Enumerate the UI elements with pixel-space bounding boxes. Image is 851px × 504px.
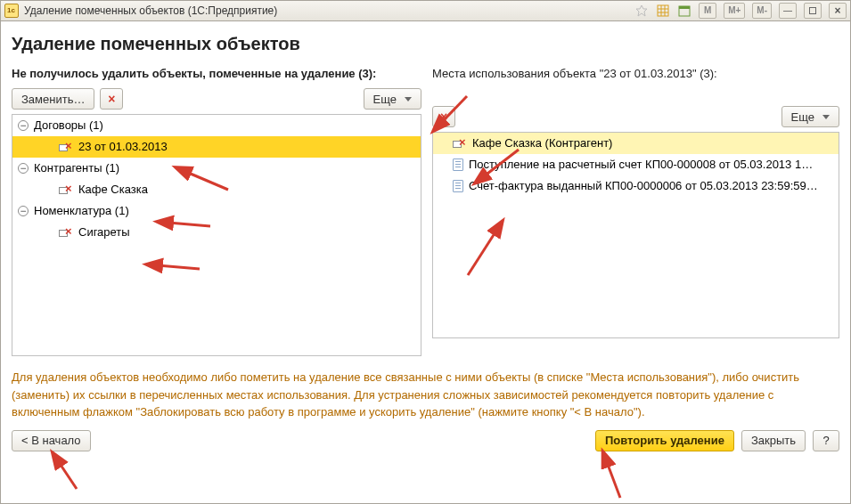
- more-left-button[interactable]: Еще: [364, 88, 421, 110]
- left-header: Не получилось удалить объекты, помеченны…: [12, 67, 421, 80]
- toolbar-memory-m-button[interactable]: M: [699, 3, 716, 19]
- tree-item-label: Кафе Сказка: [78, 183, 148, 196]
- replace-button-label: Заменить…: [21, 93, 85, 106]
- toolbar-calendar-icon[interactable]: [677, 4, 691, 18]
- usage-label: Поступление на расчетный счет КП00-00000…: [469, 158, 813, 171]
- chevron-down-icon: [822, 115, 830, 119]
- chevron-down-icon: [405, 97, 412, 102]
- more-left-label: Еще: [373, 93, 397, 106]
- deleted-mark-icon: [59, 184, 73, 195]
- tree-item-contract-23[interactable]: 23 от 01.03.2013: [12, 136, 421, 158]
- collapse-icon[interactable]: −: [18, 206, 29, 216]
- usage-label: Счет-фактура выданный КП00-0000006 от 05…: [469, 179, 818, 192]
- tree-item-label: 23 от 01.03.2013: [78, 140, 168, 153]
- left-toolbar: Заменить… × Еще: [12, 87, 421, 110]
- delete-usage-button[interactable]: ×: [432, 106, 455, 127]
- back-button-label: < В начало: [21, 434, 81, 447]
- svg-line-14: [59, 462, 77, 489]
- annotation-arrow: [593, 458, 665, 479]
- collapse-icon[interactable]: −: [18, 120, 29, 131]
- help-button-label: ?: [822, 434, 829, 447]
- usage-row[interactable]: Кафе Сказка (Контрагент): [433, 133, 839, 154]
- usage-row[interactable]: Счет-фактура выданный КП00-0000006 от 05…: [433, 175, 839, 197]
- repeat-delete-label: Повторить удаление: [605, 434, 724, 447]
- tree-group-counterparties[interactable]: − Контрагенты (1): [12, 158, 421, 179]
- x-red-icon: ×: [108, 93, 115, 105]
- back-button[interactable]: < В начало: [12, 430, 91, 451]
- tree-group-label: Номенклатура (1): [34, 204, 129, 217]
- svg-rect-7: [679, 6, 690, 9]
- svg-marker-0: [636, 5, 647, 16]
- objects-tree[interactable]: − Договоры (1) 23 от 01.03.2013 − Контра…: [12, 114, 421, 356]
- help-text: Для удаления объектов необходимо либо по…: [12, 369, 839, 421]
- repeat-delete-button[interactable]: Повторить удаление: [595, 430, 734, 451]
- more-right-button[interactable]: Еще: [781, 106, 839, 127]
- close-window-button[interactable]: ×: [829, 3, 847, 19]
- collapse-icon[interactable]: −: [18, 163, 29, 174]
- close-button-label: Закрыть: [751, 434, 796, 447]
- help-button[interactable]: ?: [813, 430, 839, 451]
- svg-line-15: [607, 462, 620, 498]
- minimize-button[interactable]: —: [779, 3, 797, 19]
- tree-item-cafe-skazka[interactable]: Кафе Сказка: [12, 179, 421, 200]
- tree-group-contracts[interactable]: − Договоры (1): [12, 115, 421, 136]
- window-title: Удаление помеченных объектов (1С:Предпри…: [24, 4, 277, 17]
- more-right-label: Еще: [791, 110, 814, 124]
- deleted-mark-icon: [59, 142, 73, 152]
- svg-rect-1: [658, 5, 668, 16]
- tree-group-nomenclature[interactable]: − Номенклатура (1): [12, 200, 421, 222]
- footer-buttons: < В начало Повторить удаление Закрыть ?: [12, 430, 839, 451]
- delete-mark-button[interactable]: ×: [100, 88, 123, 110]
- deleted-mark-icon: [453, 138, 467, 149]
- toolbar-memory-mminus-button[interactable]: M-: [752, 3, 772, 19]
- right-column: Места использования объекта "23 от 01.03…: [432, 67, 839, 356]
- maximize-button[interactable]: [804, 3, 822, 19]
- tree-item-label: Сигареты: [78, 225, 130, 239]
- document-icon: [453, 180, 463, 192]
- tree-group-label: Договоры (1): [34, 118, 103, 132]
- right-header: Места использования объекта "23 от 01.03…: [432, 67, 839, 80]
- toolbar-table-icon[interactable]: [656, 4, 670, 18]
- usage-row[interactable]: Поступление на расчетный счет КП00-00000…: [433, 154, 839, 175]
- close-button[interactable]: Закрыть: [741, 430, 806, 451]
- x-red-icon: ×: [440, 110, 447, 123]
- app-icon: [4, 4, 19, 18]
- deleted-mark-icon: [59, 227, 73, 238]
- title-bar: Удаление помеченных объектов (1С:Предпри…: [0, 0, 851, 21]
- usages-list[interactable]: Кафе Сказка (Контрагент) Поступление на …: [432, 132, 839, 338]
- toolbar-star-icon[interactable]: [634, 4, 649, 18]
- document-icon: [453, 159, 463, 171]
- tree-item-cigarettes[interactable]: Сигареты: [12, 222, 421, 243]
- window-body: Удаление помеченных объектов Не получило…: [0, 21, 851, 504]
- tree-group-label: Контрагенты (1): [34, 161, 119, 175]
- toolbar-memory-mplus-button[interactable]: M+: [724, 3, 745, 19]
- usage-label: Кафе Сказка (Контрагент): [472, 136, 612, 150]
- replace-button[interactable]: Заменить…: [12, 88, 94, 110]
- right-toolbar: × Еще: [432, 105, 839, 128]
- left-column: Не получилось удалить объекты, помеченны…: [12, 67, 421, 356]
- annotation-arrow: [50, 458, 121, 479]
- page-title: Удаление помеченных объектов: [12, 34, 839, 54]
